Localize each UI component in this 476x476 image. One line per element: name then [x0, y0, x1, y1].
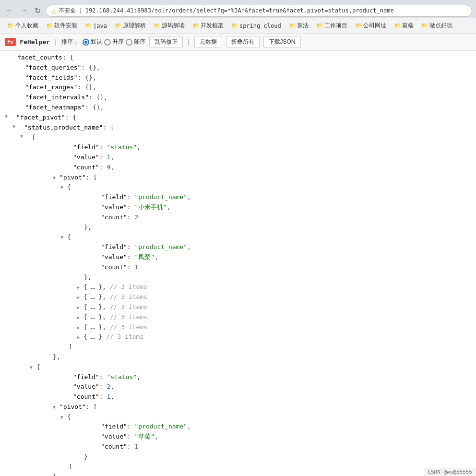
sort-default[interactable]: 默认 [83, 38, 102, 46]
bookmark-spring[interactable]: 📁 spring cloud [228, 21, 285, 31]
bookmark-company[interactable]: 📁 公司网址 [352, 20, 390, 31]
json-line: "field": "product_name", [5, 422, 476, 432]
folder-icon: 📁 [154, 23, 160, 29]
bookmarks-bar: 📁 个人收藏 📁 软件安装 📁 java 📁 原理解析 📁 源码解读 📁 开发框… [0, 18, 476, 34]
metadata-button[interactable]: 元数据 [194, 36, 222, 48]
collapse-btn[interactable]: ▼ [20, 132, 27, 140]
fold-all-button[interactable]: 折叠所有 [226, 36, 260, 48]
collapse-btn[interactable]: ▼ [60, 234, 67, 241]
reload-button[interactable]: ↻ [33, 5, 43, 16]
address-bar[interactable]: △ 不安全 | 192.168.244.41:8983/solr/orders/… [46, 5, 472, 17]
json-line: ▼{ [5, 182, 476, 192]
fehelper-brand: Fe FeHelper [5, 38, 50, 46]
folder-icon: 📁 [231, 23, 238, 29]
folder-icon: 📁 [115, 23, 121, 29]
bookmark-framework[interactable]: 📁 开发框架 [189, 20, 227, 31]
browser-chrome: ← → ↻ △ 不安全 | 192.168.244.41:8983/solr/o… [0, 0, 476, 18]
expand-btn[interactable]: ▶ [77, 324, 83, 332]
expand-btn[interactable]: ▶ [77, 284, 83, 291]
json-line: }, [5, 352, 476, 362]
folder-icon: 📁 [289, 23, 296, 29]
json-line: "value": "凤梨", [5, 252, 476, 262]
bookmark-label: 做点好玩 [429, 22, 452, 30]
json-line: ▶{ … }, // 3 items [5, 322, 476, 333]
json-line: ▶{ … }, // 3 items [5, 282, 476, 292]
bookmark-work[interactable]: 📁 工作项目 [313, 20, 351, 31]
json-line: "value": "草莓", [5, 432, 476, 442]
radio-asc-dot [104, 39, 111, 46]
sort-default-label: 默认 [91, 38, 102, 46]
bookmark-software[interactable]: 📁 软件安装 [43, 20, 81, 31]
json-line: "count": 1, [5, 392, 476, 402]
forward-button[interactable]: → [18, 5, 30, 16]
json-line: "field": "product_name", [5, 242, 476, 252]
json-line: ▶{ … }, // 3 items [5, 292, 476, 302]
radio-default-dot [83, 39, 89, 46]
sort-asc[interactable]: 升序 [104, 38, 124, 46]
bookmark-label: 源码解读 [162, 22, 185, 30]
collapse-btn[interactable]: ▼ [60, 414, 67, 421]
bookmark-source[interactable]: 📁 源码解读 [150, 20, 188, 31]
json-line: }, [5, 273, 476, 283]
bookmark-label: 算法 [297, 22, 309, 30]
folder-icon: 📁 [192, 23, 199, 29]
bookmark-label: 前端 [402, 22, 414, 30]
sort-desc[interactable]: 降序 [126, 38, 145, 46]
collapse-btn[interactable]: ▼ [30, 364, 36, 371]
folder-icon: 📁 [355, 23, 362, 29]
collapse-btn[interactable]: ▼ [53, 404, 60, 411]
json-line: "facet_fields": {}, [5, 73, 476, 83]
bookmark-label: 软件安装 [54, 22, 77, 30]
expand-btn[interactable]: ▶ [77, 294, 83, 301]
bookmark-label: 开发框架 [201, 22, 224, 30]
json-line: ▼{ [5, 232, 476, 242]
json-line: ▼"pivot": [ [5, 173, 476, 183]
json-line: ▼{ [5, 362, 476, 372]
expand-btn[interactable]: ▶ [77, 333, 83, 341]
json-line: ▼ { [5, 132, 476, 143]
json-line: } [5, 472, 476, 476]
expand-btn[interactable]: ▶ [77, 314, 83, 321]
sort-label: 排序： [61, 38, 79, 46]
bookmark-label: 公司网址 [363, 22, 386, 30]
json-content: facet_counts: { "facet_queries": {}, "fa… [0, 51, 476, 476]
url-text: 192.168.244.41:8983/solr/orders/select?q… [85, 7, 394, 14]
download-json-button[interactable]: 下载JSON [263, 36, 301, 48]
fix-encoding-button[interactable]: 乱码修正 [149, 36, 183, 48]
json-line: ▶{ … }, // 3 items [5, 312, 476, 322]
json-line: }, [5, 223, 476, 233]
json-line: } [5, 452, 476, 462]
bookmark-principles[interactable]: 📁 原理解析 [111, 20, 149, 31]
json-line: "count": 9, [5, 163, 476, 173]
bookmark-personal[interactable]: 📁 个人收藏 [4, 20, 42, 31]
bookmark-algorithm[interactable]: 📁 算法 [286, 20, 312, 31]
folder-icon: 📁 [46, 23, 53, 29]
fehelper-logo: Fe [5, 38, 16, 46]
radio-desc-dot [126, 39, 132, 46]
bookmark-label: java [93, 23, 107, 29]
bookmark-java[interactable]: 📁 java [82, 21, 110, 31]
bookmark-label: 工作项目 [324, 22, 347, 30]
collapse-btn[interactable]: ▼ [53, 174, 60, 182]
json-line: "field": "status", [5, 143, 476, 153]
collapse-btn[interactable]: ▼ [12, 123, 19, 131]
json-line: ▼"pivot": [ [5, 402, 476, 412]
collapse-btn[interactable]: ▼ [5, 113, 12, 120]
sort-asc-label: 升序 [112, 38, 124, 46]
json-line: "count": 2 [5, 213, 476, 223]
json-line: "facet_ranges": {}, [5, 83, 476, 93]
security-warning-icon: △ [52, 7, 56, 14]
bookmark-frontend[interactable]: 📁 前端 [391, 20, 417, 31]
folder-icon: 📁 [394, 23, 401, 29]
json-line: ▼ "status,product_name": [ [5, 123, 476, 133]
back-button[interactable]: ← [4, 5, 15, 16]
json-line: "field": "product_name", [5, 192, 476, 202]
sort-desc-label: 降序 [134, 38, 145, 46]
expand-btn[interactable]: ▶ [77, 304, 83, 311]
bookmark-label: spring cloud [239, 23, 281, 29]
json-line: "count": 1 [5, 262, 476, 273]
json-line: "facet_intervals": {}, [5, 93, 476, 103]
collapse-btn[interactable]: ▼ [60, 184, 67, 191]
bookmark-goodsites[interactable]: 📁 做点好玩 [418, 20, 456, 31]
folder-icon: 📁 [421, 23, 428, 29]
